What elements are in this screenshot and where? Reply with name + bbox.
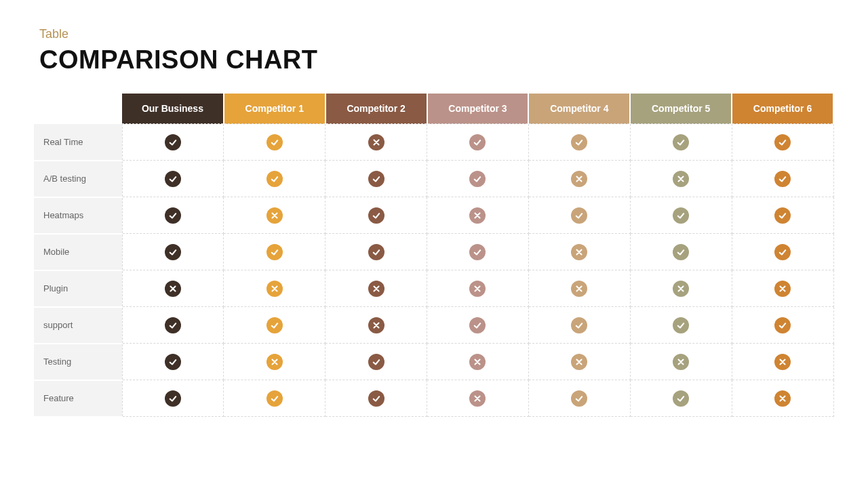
column-header: Competitor 5 [630,94,732,124]
cross-icon [469,354,486,370]
row-label: Mobile [34,234,122,270]
table-cell [528,307,630,344]
table-cell [122,344,224,380]
row-label: Feature [34,380,122,417]
cross-icon [165,281,181,297]
check-icon [267,171,283,187]
table-cell [326,270,427,307]
check-icon [774,134,791,150]
check-icon [469,244,486,260]
table-cell [630,234,732,270]
cross-icon [469,281,486,297]
table-cell [122,161,224,197]
check-icon [673,390,689,407]
table-cell [224,380,326,417]
table-row: support [34,307,833,344]
cross-icon [571,171,587,187]
column-header: Our Business [122,94,224,124]
table-cell [630,344,732,380]
table-cell [224,161,326,197]
check-icon [368,207,384,224]
table-cell [326,307,427,344]
table-row: A/B testing [34,161,833,197]
table-cell [528,380,630,417]
cross-icon [267,354,283,370]
table-cell [427,270,529,307]
cross-icon [571,281,587,297]
table-cell [122,380,224,417]
table-cell [224,124,326,161]
table-cell [224,270,326,307]
check-icon [571,207,587,224]
column-header: Competitor 6 [732,94,833,124]
cross-icon [267,281,283,297]
table-cell [326,197,427,234]
table-cell [326,234,427,270]
check-icon [469,171,486,187]
comparison-table: Our BusinessCompetitor 1Competitor 2Comp… [34,94,834,418]
check-icon [165,390,181,407]
cross-icon [673,281,689,297]
row-label: Plugin [34,270,122,307]
cross-icon [469,390,486,407]
table-cell [732,270,833,307]
table-cell [326,380,427,417]
table-cell [326,344,427,380]
cross-icon [267,207,283,224]
table-cell [630,380,732,417]
check-icon [368,171,384,187]
check-icon [165,317,181,333]
table-cell [732,161,833,197]
table-cell [528,161,630,197]
cross-icon [571,354,587,370]
table-cell [122,307,224,344]
check-icon [774,207,791,224]
cross-icon [368,134,384,150]
check-icon [165,171,181,187]
table-cell [427,197,529,234]
table-cell [528,124,630,161]
table-cell [630,270,732,307]
cross-icon [774,281,791,297]
check-icon [165,354,181,370]
check-icon [267,244,283,260]
check-icon [673,317,689,333]
table-cell [427,380,529,417]
row-label: A/B testing [34,161,122,197]
table-cell [427,234,529,270]
check-icon [267,317,283,333]
cross-icon [673,171,689,187]
table-cell [630,197,732,234]
table-cell [326,124,427,161]
column-header: Competitor 2 [326,94,427,124]
table-cell [732,380,833,417]
column-header: Competitor 1 [224,94,326,124]
check-icon [571,317,587,333]
cross-icon [673,354,689,370]
check-icon [673,207,689,224]
table-cell [326,161,427,197]
table-cell [224,197,326,234]
table-cell [427,344,529,380]
table-cell [427,307,529,344]
row-label: Heatmaps [34,197,122,234]
table-cell [630,161,732,197]
table-cell [122,234,224,270]
row-label: Testing [34,344,122,380]
cross-icon [469,207,486,224]
cross-icon [774,354,791,370]
table-row: Heatmaps [34,197,833,234]
table-cell [528,234,630,270]
cross-icon [368,317,384,333]
column-header: Competitor 4 [528,94,630,124]
row-label: support [34,307,122,344]
table-cell [732,197,833,234]
cross-icon [571,244,587,260]
check-icon [165,244,181,260]
check-icon [571,390,587,407]
page-title: COMPARISON CHART [39,45,834,75]
check-icon [267,134,283,150]
check-icon [469,317,486,333]
table-cell [732,234,833,270]
check-icon [774,244,791,260]
